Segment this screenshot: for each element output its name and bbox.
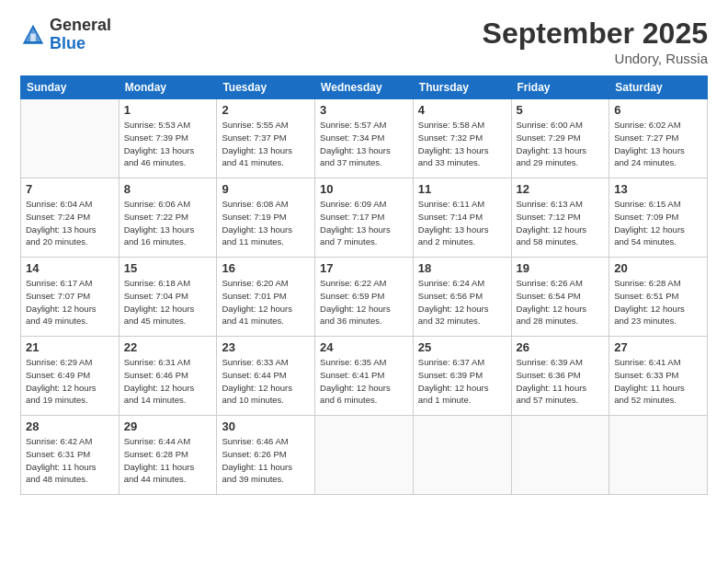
table-row: 2Sunrise: 5:55 AMSunset: 7:37 PMDaylight… — [217, 99, 315, 178]
table-row: 19Sunrise: 6:26 AMSunset: 6:54 PMDayligh… — [511, 258, 609, 337]
header-thursday: Thursday — [413, 76, 511, 99]
day-number: 8 — [124, 182, 212, 196]
day-number: 13 — [614, 182, 702, 196]
day-info: Sunrise: 5:58 AMSunset: 7:32 PMDaylight:… — [418, 119, 506, 169]
day-info: Sunrise: 6:26 AMSunset: 6:54 PMDaylight:… — [517, 277, 605, 327]
table-row: 24Sunrise: 6:35 AMSunset: 6:41 PMDayligh… — [315, 337, 414, 416]
logo-blue-label: Blue — [50, 35, 111, 53]
table-row: 30Sunrise: 6:46 AMSunset: 6:26 PMDayligh… — [217, 416, 315, 495]
page: General Blue September 2025 Undory, Russ… — [0, 0, 728, 563]
table-row: 10Sunrise: 6:09 AMSunset: 7:17 PMDayligh… — [315, 178, 414, 258]
day-info: Sunrise: 6:09 AMSunset: 7:17 PMDaylight:… — [320, 198, 408, 248]
table-row: 11Sunrise: 6:11 AMSunset: 7:14 PMDayligh… — [413, 178, 511, 258]
table-row: 25Sunrise: 6:37 AMSunset: 6:39 PMDayligh… — [413, 337, 511, 416]
calendar-table: Sunday Monday Tuesday Wednesday Thursday… — [20, 75, 708, 495]
table-row: 13Sunrise: 6:15 AMSunset: 7:09 PMDayligh… — [609, 178, 708, 258]
day-number: 16 — [222, 261, 310, 275]
table-row: 22Sunrise: 6:31 AMSunset: 6:46 PMDayligh… — [119, 337, 217, 416]
title-block: September 2025 Undory, Russia — [483, 17, 708, 66]
day-number: 27 — [614, 340, 702, 354]
table-row — [413, 416, 511, 495]
table-row: 4Sunrise: 5:58 AMSunset: 7:32 PMDaylight… — [413, 99, 511, 178]
table-row: 27Sunrise: 6:41 AMSunset: 6:33 PMDayligh… — [609, 337, 708, 416]
header-monday: Monday — [119, 76, 217, 99]
header-sunday: Sunday — [21, 76, 119, 99]
calendar-week-row: 7Sunrise: 6:04 AMSunset: 7:24 PMDaylight… — [21, 178, 708, 258]
table-row — [609, 416, 708, 495]
day-info: Sunrise: 6:44 AMSunset: 6:28 PMDaylight:… — [124, 435, 212, 486]
day-info: Sunrise: 6:04 AMSunset: 7:24 PMDaylight:… — [26, 198, 114, 248]
header: General Blue September 2025 Undory, Russ… — [20, 17, 708, 66]
day-info: Sunrise: 6:37 AMSunset: 6:39 PMDaylight:… — [418, 356, 506, 407]
calendar-week-row: 28Sunrise: 6:42 AMSunset: 6:31 PMDayligh… — [21, 416, 708, 495]
logo: General Blue — [20, 17, 111, 53]
day-number: 20 — [614, 261, 702, 275]
day-number: 30 — [222, 419, 310, 433]
day-number: 1 — [124, 103, 212, 117]
table-row — [511, 416, 609, 495]
table-row — [315, 416, 414, 495]
day-number: 2 — [222, 103, 310, 117]
day-info: Sunrise: 6:22 AMSunset: 6:59 PMDaylight:… — [320, 277, 408, 327]
day-info: Sunrise: 6:08 AMSunset: 7:19 PMDaylight:… — [222, 198, 310, 248]
day-info: Sunrise: 5:53 AMSunset: 7:39 PMDaylight:… — [124, 119, 212, 169]
table-row: 5Sunrise: 6:00 AMSunset: 7:29 PMDaylight… — [511, 99, 609, 178]
day-info: Sunrise: 6:00 AMSunset: 7:29 PMDaylight:… — [517, 119, 605, 169]
table-row: 23Sunrise: 6:33 AMSunset: 6:44 PMDayligh… — [217, 337, 315, 416]
day-number: 29 — [124, 419, 212, 433]
day-info: Sunrise: 5:55 AMSunset: 7:37 PMDaylight:… — [222, 119, 310, 169]
day-number: 3 — [320, 103, 408, 117]
day-number: 26 — [517, 340, 605, 354]
header-wednesday: Wednesday — [315, 76, 414, 99]
calendar-week-row: 14Sunrise: 6:17 AMSunset: 7:07 PMDayligh… — [21, 258, 708, 337]
day-number: 28 — [26, 419, 114, 433]
day-number: 25 — [418, 340, 506, 354]
day-info: Sunrise: 6:42 AMSunset: 6:31 PMDaylight:… — [26, 435, 114, 486]
day-info: Sunrise: 6:29 AMSunset: 6:49 PMDaylight:… — [26, 356, 114, 407]
day-number: 19 — [517, 261, 605, 275]
day-info: Sunrise: 6:33 AMSunset: 6:44 PMDaylight:… — [222, 356, 310, 407]
header-friday: Friday — [511, 76, 609, 99]
day-number: 23 — [222, 340, 310, 354]
table-row: 6Sunrise: 6:02 AMSunset: 7:27 PMDaylight… — [609, 99, 708, 178]
day-number: 5 — [517, 103, 605, 117]
day-number: 14 — [26, 261, 114, 275]
header-saturday: Saturday — [609, 76, 708, 99]
table-row — [21, 99, 119, 178]
day-info: Sunrise: 6:31 AMSunset: 6:46 PMDaylight:… — [124, 356, 212, 407]
day-number: 21 — [26, 340, 114, 354]
day-number: 17 — [320, 261, 408, 275]
day-number: 9 — [222, 182, 310, 196]
table-row: 28Sunrise: 6:42 AMSunset: 6:31 PMDayligh… — [21, 416, 119, 495]
day-number: 12 — [517, 182, 605, 196]
table-row: 7Sunrise: 6:04 AMSunset: 7:24 PMDaylight… — [21, 178, 119, 258]
day-info: Sunrise: 6:46 AMSunset: 6:26 PMDaylight:… — [222, 435, 310, 486]
table-row: 29Sunrise: 6:44 AMSunset: 6:28 PMDayligh… — [119, 416, 217, 495]
day-number: 4 — [418, 103, 506, 117]
table-row: 21Sunrise: 6:29 AMSunset: 6:49 PMDayligh… — [21, 337, 119, 416]
day-info: Sunrise: 6:35 AMSunset: 6:41 PMDaylight:… — [320, 356, 408, 407]
day-info: Sunrise: 6:41 AMSunset: 6:33 PMDaylight:… — [614, 356, 702, 407]
day-number: 18 — [418, 261, 506, 275]
header-tuesday: Tuesday — [217, 76, 315, 99]
table-row: 14Sunrise: 6:17 AMSunset: 7:07 PMDayligh… — [21, 258, 119, 337]
day-info: Sunrise: 6:15 AMSunset: 7:09 PMDaylight:… — [614, 198, 702, 248]
table-row: 17Sunrise: 6:22 AMSunset: 6:59 PMDayligh… — [315, 258, 414, 337]
logo-icon — [20, 22, 46, 48]
day-info: Sunrise: 6:18 AMSunset: 7:04 PMDaylight:… — [124, 277, 212, 327]
day-number: 6 — [614, 103, 702, 117]
day-info: Sunrise: 6:06 AMSunset: 7:22 PMDaylight:… — [124, 198, 212, 248]
table-row: 15Sunrise: 6:18 AMSunset: 7:04 PMDayligh… — [119, 258, 217, 337]
calendar-week-row: 21Sunrise: 6:29 AMSunset: 6:49 PMDayligh… — [21, 337, 708, 416]
logo-text: General Blue — [50, 17, 111, 53]
day-info: Sunrise: 6:17 AMSunset: 7:07 PMDaylight:… — [26, 277, 114, 327]
table-row: 16Sunrise: 6:20 AMSunset: 7:01 PMDayligh… — [217, 258, 315, 337]
day-info: Sunrise: 6:20 AMSunset: 7:01 PMDaylight:… — [222, 277, 310, 327]
day-info: Sunrise: 6:13 AMSunset: 7:12 PMDaylight:… — [517, 198, 605, 248]
table-row: 3Sunrise: 5:57 AMSunset: 7:34 PMDaylight… — [315, 99, 414, 178]
location: Undory, Russia — [483, 51, 708, 66]
table-row: 8Sunrise: 6:06 AMSunset: 7:22 PMDaylight… — [119, 178, 217, 258]
month-title: September 2025 — [483, 17, 708, 51]
day-info: Sunrise: 6:02 AMSunset: 7:27 PMDaylight:… — [614, 119, 702, 169]
day-info: Sunrise: 6:28 AMSunset: 6:51 PMDaylight:… — [614, 277, 702, 327]
